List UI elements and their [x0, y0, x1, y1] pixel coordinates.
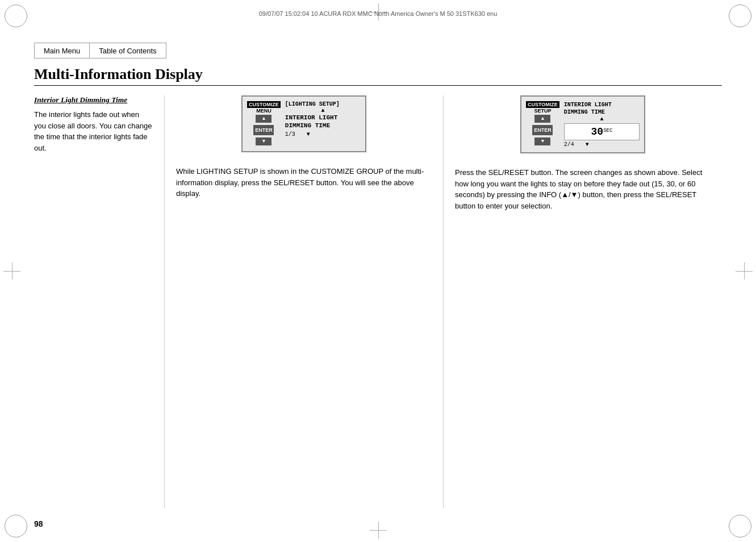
section-title: Interior Light Dimming Time: [34, 95, 153, 105]
screen2-enter-btn: ENTER: [532, 125, 553, 135]
toc-button[interactable]: Table of Contents: [89, 43, 166, 59]
screen1-content: [LIGHTING SETUP] ▲ INTERIOR LIGHT DIMMIN…: [285, 101, 361, 137]
caption2: Press the SEL/RESET button. The screen c…: [455, 167, 711, 211]
main-menu-button[interactable]: Main Menu: [34, 43, 89, 59]
screen1-up-btn: ▲: [256, 115, 272, 123]
content-area: Interior Light Dimming Time The interior…: [34, 95, 722, 508]
screen1-menu-label: MENU: [256, 108, 272, 114]
screen1-main-text: INTERIOR LIGHT DIMMING TIME: [285, 114, 361, 130]
page-title: Multi-Information Display: [34, 66, 722, 86]
screen2-setup-label: SETUP: [534, 108, 551, 114]
screen1-down-btn: ▼: [256, 137, 272, 145]
caption1: While LIGHTING SETUP is shown in the CUS…: [176, 166, 432, 199]
right-column: CUSTOMIZE SETUP ▲ ENTER ▼ INTERIOR LIGHT…: [444, 95, 722, 508]
crosshair-right: [736, 262, 753, 280]
screen1-enter-btn: ENTER: [253, 125, 274, 135]
screen1-left-buttons: CUSTOMIZE MENU ▲ ENTER ▼: [247, 101, 281, 147]
section-body: The interior lights fade out when you cl…: [34, 109, 153, 153]
corner-decoration-br: [729, 515, 751, 537]
screen2-customize-label: CUSTOMIZE: [526, 101, 559, 108]
left-column: Interior Light Dimming Time The interior…: [34, 95, 165, 508]
corner-decoration-tr: [729, 5, 751, 27]
screen2: CUSTOMIZE SETUP ▲ ENTER ▼ INTERIOR LIGHT…: [520, 95, 645, 153]
screen1-customize-label: CUSTOMIZE: [247, 101, 281, 108]
corner-decoration-tl: [5, 5, 27, 27]
screen2-down-btn: ▼: [534, 137, 550, 145]
screen2-time-value: 30: [591, 126, 604, 137]
screen2-up-btn: ▲: [534, 115, 550, 123]
middle-column: CUSTOMIZE MENU ▲ ENTER ▼ [LIGHTING SETUP…: [165, 95, 444, 508]
crosshair-left: [3, 262, 20, 280]
page-number: 98: [34, 519, 43, 528]
screen2-title2: DIMMING TIME: [564, 109, 605, 115]
print-info: 09/07/07 15:02:04 10 ACURA RDX MMC North…: [34, 10, 722, 17]
screen2-sec: SEC: [603, 128, 612, 134]
nav-bar: Main Menu Table of Contents: [34, 43, 166, 59]
screen1: CUSTOMIZE MENU ▲ ENTER ▼ [LIGHTING SETUP…: [241, 95, 366, 152]
screen2-fraction: 2/4: [564, 141, 574, 148]
screen1-fraction: 1/3: [285, 131, 295, 137]
screen2-title1: INTERIOR LIGHT: [564, 102, 612, 108]
corner-decoration-bl: [5, 515, 27, 537]
screen2-content: INTERIOR LIGHT DIMMING TIME ▲ 30SEC 2/4 …: [564, 101, 640, 148]
crosshair-bottom: [370, 522, 387, 539]
screen2-left-buttons: CUSTOMIZE SETUP ▲ ENTER ▼: [526, 101, 559, 147]
screen1-bracket: [LIGHTING SETUP]: [285, 101, 361, 107]
